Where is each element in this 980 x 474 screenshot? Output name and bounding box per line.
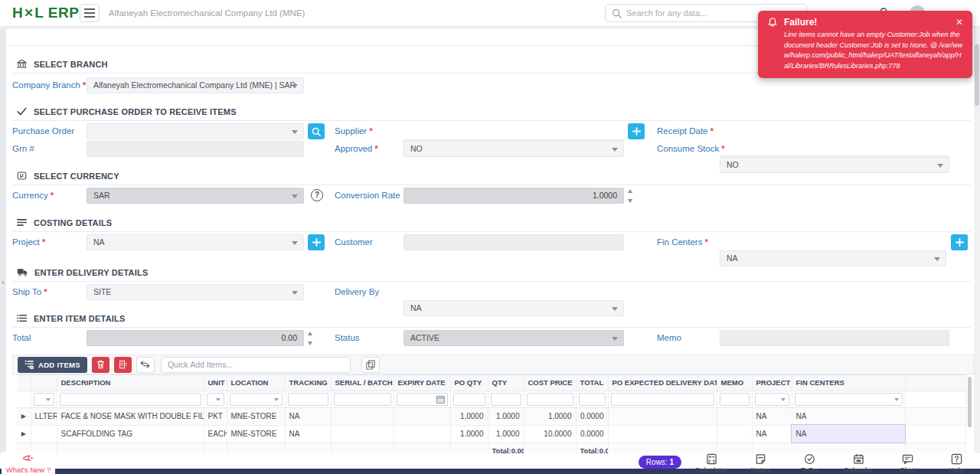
footer-tool-notes[interactable]: Notes bbox=[741, 453, 779, 474]
cell-serial-batch[interactable] bbox=[331, 407, 394, 425]
add-project-button[interactable] bbox=[308, 234, 325, 250]
project-select[interactable]: NA bbox=[87, 234, 304, 250]
filter-total[interactable] bbox=[579, 393, 606, 406]
currency-help-icon[interactable]: ? bbox=[311, 189, 323, 201]
grn-number-input[interactable] bbox=[87, 141, 304, 157]
cell-item-code[interactable]: LLTER bbox=[31, 407, 57, 425]
filter-tracking[interactable] bbox=[288, 393, 328, 406]
add-items-button[interactable]: ADD ITEMS bbox=[18, 357, 87, 373]
cell-tracking[interactable]: NA bbox=[285, 425, 331, 443]
section-select-purchase-order: SELECT PURCHASE ORDER TO RECEIVE ITEMS bbox=[12, 103, 971, 121]
table-scrollbar[interactable] bbox=[968, 377, 972, 427]
footer-tool-calculator[interactable]: Calculator bbox=[692, 453, 730, 474]
summary-qty-total: Total:0.00 bbox=[488, 443, 524, 453]
footer-tool-calendar[interactable]: Calendar bbox=[839, 453, 877, 474]
section-title-currency: SELECT CURRENCY bbox=[34, 172, 119, 181]
conversion-rate-input: 1.0000 bbox=[403, 188, 624, 204]
footer-tool-help[interactable]: Help bbox=[937, 453, 975, 474]
trash-icon bbox=[96, 360, 105, 369]
cell-location[interactable]: MNE-STORE bbox=[227, 407, 285, 425]
purchase-order-select[interactable] bbox=[87, 123, 304, 139]
status-label: Status bbox=[335, 333, 360, 342]
menu-toggle-button[interactable] bbox=[80, 4, 100, 22]
swap-columns-button[interactable] bbox=[136, 357, 155, 373]
quick-add-items-input[interactable] bbox=[161, 357, 351, 373]
add-list-icon bbox=[24, 360, 34, 369]
total-label: Total bbox=[12, 333, 31, 342]
filter-location[interactable] bbox=[230, 393, 283, 406]
sidebar-collapse-handle[interactable]: ‹ bbox=[0, 274, 6, 291]
footer-tool-todo[interactable]: ToDo bbox=[790, 453, 828, 474]
chat-icon bbox=[902, 453, 913, 465]
filter-qty[interactable] bbox=[491, 393, 521, 406]
conversion-rate-spinner[interactable] bbox=[626, 189, 634, 203]
filter-po-expected[interactable] bbox=[611, 393, 714, 406]
filter-project[interactable] bbox=[755, 393, 789, 406]
row-expander-icon[interactable]: ▶ bbox=[17, 425, 31, 443]
page-scrollbar[interactable] bbox=[974, 28, 980, 469]
cell-project[interactable]: NA bbox=[752, 407, 792, 425]
whats-new-link[interactable]: What's New ? bbox=[2, 452, 55, 474]
footer-tool-chat[interactable]: Chat bbox=[888, 453, 926, 474]
customer-label: Customer bbox=[335, 237, 373, 247]
cell-total[interactable]: 0.0000 bbox=[576, 425, 608, 443]
col-description: DESCRIPTION bbox=[57, 375, 204, 391]
add-fin-center-button[interactable] bbox=[951, 234, 968, 250]
row-expander-icon[interactable]: ▶ bbox=[17, 407, 31, 425]
filter-fin-centers[interactable] bbox=[795, 393, 903, 406]
cell-unit[interactable]: EACH bbox=[204, 425, 227, 443]
cell-qty[interactable]: 1.0000 bbox=[488, 425, 524, 443]
cell-po-expected[interactable] bbox=[608, 407, 717, 425]
cell-unit[interactable]: PKT bbox=[204, 407, 227, 425]
filter-item-code[interactable] bbox=[34, 393, 54, 406]
cell-qty[interactable]: 1.0000 bbox=[488, 407, 524, 425]
ship-to-select[interactable]: SITE bbox=[87, 284, 304, 300]
cell-description[interactable]: FACE & NOSE MASK WITH DOUBLE FILLTER bbox=[57, 407, 204, 425]
cell-tracking[interactable]: NA bbox=[285, 407, 331, 425]
cell-expiry-date[interactable] bbox=[394, 407, 450, 425]
filter-memo[interactable] bbox=[720, 393, 750, 406]
cell-item-code[interactable] bbox=[31, 425, 57, 443]
cell-total[interactable]: 0.0000 bbox=[576, 407, 608, 425]
total-spinner[interactable] bbox=[306, 332, 314, 345]
approved-select[interactable]: NO bbox=[403, 141, 624, 157]
cell-memo[interactable] bbox=[717, 425, 752, 443]
cell-po-qty[interactable]: 1.0000 bbox=[450, 407, 488, 425]
filter-cost-price[interactable] bbox=[527, 393, 573, 406]
col-cost-price: COST PRICE bbox=[524, 375, 576, 391]
cell-cost-price[interactable]: 10.0000 bbox=[524, 425, 576, 443]
cell-project[interactable]: NA bbox=[752, 425, 792, 443]
cell-expiry-date[interactable] bbox=[394, 425, 450, 443]
cell-memo[interactable] bbox=[717, 407, 752, 425]
currency-label: Currency bbox=[12, 191, 54, 200]
purchase-order-search-button[interactable] bbox=[308, 123, 325, 139]
cell-fin-centers[interactable]: NA bbox=[792, 425, 905, 443]
cell-cost-price[interactable]: 1.0000 bbox=[524, 407, 576, 425]
clear-empty-rows-button[interactable] bbox=[114, 357, 132, 373]
filter-serial-batch[interactable] bbox=[334, 393, 391, 406]
cell-po-qty[interactable]: 1.0000 bbox=[450, 425, 488, 443]
filter-po-qty[interactable] bbox=[453, 393, 485, 406]
conversion-rate-label: Conversion Rate bbox=[335, 191, 400, 200]
cell-description[interactable]: SCAFFOLDING TAG bbox=[57, 425, 204, 443]
filter-unit[interactable] bbox=[207, 393, 224, 406]
cell-fin-centers[interactable]: NA bbox=[792, 407, 905, 425]
cell-po-expected[interactable] bbox=[608, 425, 717, 443]
project-label: Project bbox=[12, 237, 45, 247]
add-supplier-button[interactable] bbox=[628, 123, 645, 139]
total-input: 0.00 bbox=[87, 330, 304, 346]
col-qty: QTY bbox=[488, 375, 524, 391]
fin-centers-label: Fin Centers bbox=[657, 237, 708, 247]
section-title-purchase: SELECT PURCHASE ORDER TO RECEIVE ITEMS bbox=[34, 107, 237, 116]
cell-serial-batch[interactable] bbox=[331, 425, 394, 443]
company-branch-select[interactable]: Alfaneyah Electromechanical Company Ltd … bbox=[87, 77, 304, 93]
cell-location[interactable]: MNE-STORE bbox=[227, 425, 285, 443]
currency-icon bbox=[17, 171, 27, 181]
duplicate-row-button[interactable] bbox=[361, 357, 380, 373]
filter-description[interactable] bbox=[60, 393, 201, 406]
filter-expiry-date[interactable] bbox=[397, 393, 448, 406]
delete-rows-button[interactable] bbox=[92, 357, 109, 373]
ship-to-label: Ship To bbox=[12, 287, 47, 296]
chevron-down-icon bbox=[612, 148, 618, 152]
toast-close-icon[interactable]: ✕ bbox=[956, 17, 963, 28]
